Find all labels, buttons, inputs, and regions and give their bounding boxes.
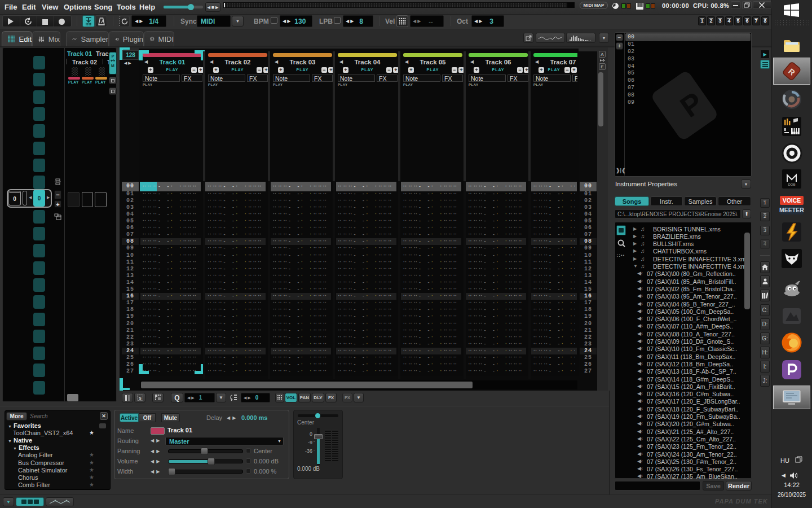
svg-text:DOB: DOB xyxy=(788,183,795,186)
svg-text:VOICE: VOICE xyxy=(783,197,801,204)
svg-text:MEETER: MEETER xyxy=(779,207,804,213)
svg-text:$: $ xyxy=(139,396,142,401)
